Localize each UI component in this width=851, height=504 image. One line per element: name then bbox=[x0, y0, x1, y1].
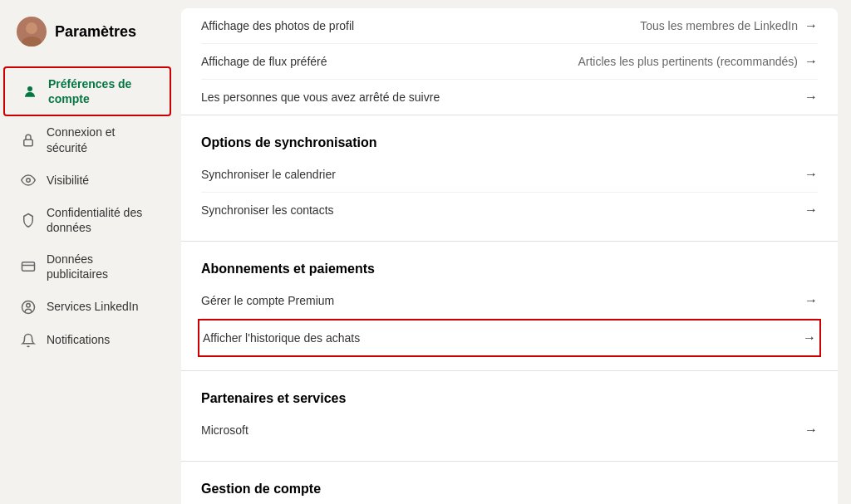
setting-label: Les personnes que vous avez arrêté de su… bbox=[201, 91, 440, 104]
setting-value: Tous les membres de LinkedIn bbox=[640, 19, 798, 32]
sidebar-item-label: Visibilité bbox=[47, 173, 89, 188]
setting-label: Synchroniser les contacts bbox=[201, 203, 334, 217]
setting-row-unfollow[interactable]: Les personnes que vous avez arrêté de su… bbox=[201, 80, 818, 115]
setting-label: Afficher l'historique des achats bbox=[203, 331, 360, 345]
setting-row-0-1[interactable]: Synchroniser les contacts→ bbox=[201, 193, 818, 228]
setting-row-flux[interactable]: Affichage de flux préféré Articles les p… bbox=[201, 44, 818, 80]
svg-point-5 bbox=[27, 179, 31, 183]
setting-row-profile-photo[interactable]: Affichage des photos de profil Tous les … bbox=[201, 8, 818, 44]
svg-point-9 bbox=[27, 303, 31, 307]
setting-right: → bbox=[803, 330, 816, 345]
setting-label: Gérer le compte Premium bbox=[201, 294, 334, 307]
setting-row-0-0[interactable]: Synchroniser le calendrier→ bbox=[201, 157, 818, 193]
arrow-icon: → bbox=[804, 90, 818, 105]
sidebar: Paramètres Préférences de compte Connexi… bbox=[0, 0, 175, 504]
section-partenaires-et-services: Partenaires et servicesMicrosoft→ bbox=[181, 371, 838, 462]
arrow-icon: → bbox=[804, 293, 818, 308]
setting-right: → bbox=[804, 167, 818, 182]
sidebar-item-services[interactable]: Services LinkedIn bbox=[3, 291, 171, 324]
setting-label: Affichage de flux préféré bbox=[201, 55, 327, 68]
section-gestion-de-compte: Gestion de compteCompte Hibernate→Fermer… bbox=[181, 462, 838, 504]
sidebar-item-preferences[interactable]: Préférences de compte bbox=[3, 66, 171, 116]
setting-right: Tous les membres de LinkedIn → bbox=[640, 18, 818, 33]
setting-right: → bbox=[804, 203, 818, 218]
svg-point-3 bbox=[27, 86, 32, 91]
person-icon bbox=[22, 83, 38, 100]
lock-icon bbox=[20, 132, 37, 149]
setting-label: Synchroniser le calendrier bbox=[201, 168, 336, 181]
setting-right: → bbox=[804, 423, 818, 438]
person-circle-icon bbox=[20, 299, 37, 316]
arrow-icon: → bbox=[804, 54, 818, 69]
section-title: Options de synchronisation bbox=[201, 129, 818, 154]
setting-label: Affichage des photos de profil bbox=[201, 19, 354, 32]
arrow-icon: → bbox=[804, 18, 818, 33]
page-title: Paramètres bbox=[55, 23, 136, 41]
arrow-icon: → bbox=[804, 203, 818, 218]
sidebar-item-visibilite[interactable]: Visibilité bbox=[3, 164, 171, 197]
sidebar-item-label: Connexion et sécurité bbox=[47, 125, 155, 154]
sections-container: Options de synchronisationSynchroniser l… bbox=[181, 115, 838, 504]
avatar bbox=[17, 17, 47, 46]
setting-row-2-0[interactable]: Microsoft→ bbox=[201, 413, 818, 448]
eye-icon bbox=[20, 172, 37, 188]
main-content: Affichage des photos de profil Tous les … bbox=[181, 8, 838, 504]
sidebar-header: Paramètres bbox=[0, 17, 175, 66]
sidebar-item-label: Préférences de compte bbox=[48, 76, 153, 106]
sidebar-nav: Préférences de compte Connexion et sécur… bbox=[0, 66, 175, 357]
section-title: Partenaires et services bbox=[201, 384, 818, 409]
bell-icon bbox=[20, 332, 37, 349]
card-icon bbox=[20, 258, 37, 275]
section-options-de-synchronisation: Options de synchronisationSynchroniser l… bbox=[181, 115, 838, 242]
setting-right: → bbox=[804, 90, 818, 105]
sidebar-item-notifications[interactable]: Notifications bbox=[3, 324, 171, 357]
setting-right: Articles les plus pertinents (recommandé… bbox=[578, 54, 818, 69]
setting-right: → bbox=[804, 293, 818, 308]
setting-label: Microsoft bbox=[201, 423, 248, 437]
setting-row-1-0[interactable]: Gérer le compte Premium→ bbox=[201, 283, 818, 319]
sidebar-item-label: Notifications bbox=[47, 332, 110, 347]
top-section: Affichage des photos de profil Tous les … bbox=[181, 8, 838, 115]
setting-value: Articles les plus pertinents (recommandé… bbox=[578, 55, 798, 68]
arrow-icon: → bbox=[804, 167, 818, 182]
sidebar-item-label: Services LinkedIn bbox=[47, 299, 139, 314]
section-title: Gestion de compte bbox=[201, 475, 818, 500]
section-title: Abonnements et paiements bbox=[201, 255, 818, 280]
arrow-icon: → bbox=[803, 330, 816, 345]
svg-rect-4 bbox=[24, 139, 33, 146]
sidebar-item-label: Données publicitaires bbox=[47, 252, 155, 281]
arrow-icon: → bbox=[804, 423, 818, 438]
sidebar-item-connexion[interactable]: Connexion et sécurité bbox=[3, 116, 171, 163]
sidebar-item-donnees[interactable]: Données publicitaires bbox=[3, 243, 171, 290]
sidebar-item-label: Confidentialité des données bbox=[47, 205, 155, 235]
svg-point-1 bbox=[26, 22, 37, 34]
setting-row-1-1[interactable]: Afficher l'historique des achats→ bbox=[198, 319, 821, 357]
svg-rect-6 bbox=[22, 262, 35, 272]
sidebar-item-confidentialite[interactable]: Confidentialité des données bbox=[3, 197, 171, 243]
section-abonnements-et-paiements: Abonnements et paiementsGérer le compte … bbox=[181, 242, 838, 371]
shield-icon bbox=[20, 212, 37, 228]
